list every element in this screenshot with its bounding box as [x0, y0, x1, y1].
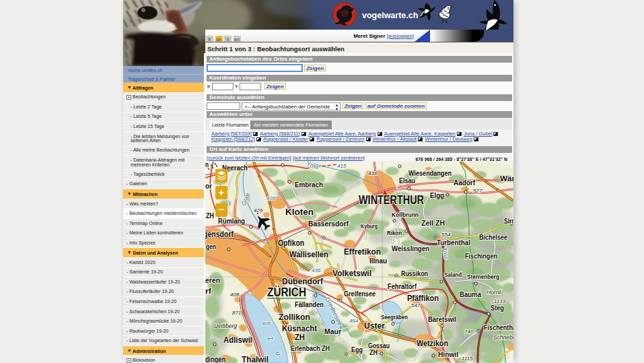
svg-text:554: 554	[441, 232, 451, 238]
svg-text:Uetliberg: Uetliberg	[214, 323, 237, 329]
svg-text:Effretikon: Effretikon	[344, 246, 381, 257]
svg-text:Saland: Saland	[444, 271, 462, 278]
svg-text:vogelwarte.ch: vogelwarte.ch	[362, 11, 418, 20]
svg-text:Kollbrunn: Kollbrunn	[392, 211, 419, 218]
svg-text:n: n	[205, 162, 209, 168]
svg-text:Rümlang: Rümlang	[218, 217, 245, 225]
svg-text:Adliswil: Adliswil	[223, 335, 252, 345]
svg-text:Kloten: Kloten	[285, 207, 314, 217]
svg-text:ZH: ZH	[295, 332, 305, 342]
svg-text:1133: 1133	[494, 298, 506, 304]
svg-text:Thalwil: Thalwil	[242, 354, 269, 363]
svg-text:436: 436	[266, 195, 276, 201]
svg-text:Aadorf: Aadorf	[454, 178, 475, 187]
svg-text:Hinwil: Hinwil	[438, 350, 458, 358]
svg-text:740: 740	[464, 329, 474, 335]
svg-text:Rikon: Rikon	[387, 230, 402, 236]
svg-text:ZÜRICH: ZÜRICH	[267, 285, 306, 299]
svg-text:ZH: ZH	[206, 211, 214, 220]
svg-text:Russikon: Russikon	[401, 269, 428, 277]
svg-text:Erlenbach ZH: Erlenbach ZH	[291, 344, 330, 352]
svg-text:gensdorf: gensdorf	[205, 229, 234, 239]
svg-text:406: 406	[262, 321, 271, 327]
svg-text:Zell ZH: Zell ZH	[421, 219, 445, 227]
svg-text:gen: gen	[206, 242, 216, 251]
svg-text:Elgg: Elgg	[430, 191, 444, 199]
svg-text:Greifensee: Greifensee	[344, 290, 375, 298]
svg-text:Bassersdorf: Bassersdorf	[308, 220, 349, 228]
svg-text:Wetzikon: Wetzikon	[417, 338, 448, 348]
svg-text:Schnebe: Schnebe	[493, 334, 513, 341]
svg-text:Sirnac: Sirnac	[504, 217, 513, 225]
svg-text:or: or	[205, 182, 213, 190]
svg-text:Sternenberg: Sternenberg	[467, 273, 499, 280]
svg-text:Opfikon: Opfikon	[278, 238, 304, 248]
svg-text:rf: rf	[205, 287, 211, 295]
svg-text:547: 547	[411, 302, 421, 308]
svg-text:Kyburg: Kyburg	[361, 223, 378, 230]
svg-text:Illnau: Illnau	[369, 257, 387, 265]
svg-text:Egg: Egg	[351, 345, 363, 354]
svg-text:415: 415	[337, 163, 347, 169]
svg-text:1115: 1115	[462, 356, 473, 362]
svg-text:Wallisellen: Wallisellen	[289, 249, 328, 259]
svg-text:Fehraltorf: Fehraltorf	[388, 282, 417, 290]
svg-text:Wär: Wär	[500, 174, 513, 183]
svg-text:436: 436	[312, 267, 321, 273]
svg-text:Bauma: Bauma	[460, 290, 482, 298]
svg-text:Seegräben: Seegräben	[381, 314, 408, 321]
svg-text:ZH: ZH	[369, 348, 378, 356]
svg-text:Zollikon: Zollikon	[279, 312, 310, 322]
svg-text:Bäretswil: Bäretswil	[428, 315, 456, 323]
svg-text:Maur: Maur	[324, 327, 342, 335]
svg-text:Fischingen: Fischingen	[465, 252, 497, 260]
svg-text:Fischentha: Fischentha	[484, 323, 513, 331]
svg-text:Embrach: Embrach	[295, 180, 323, 189]
svg-text:eren: eren	[205, 276, 220, 284]
svg-text:Volketswil: Volketswil	[332, 268, 371, 278]
svg-text:Elsau: Elsau	[399, 176, 415, 185]
svg-text:Turbenthal: Turbenthal	[437, 238, 470, 246]
svg-text:Pfäffikon: Pfäffikon	[407, 293, 439, 303]
svg-text:Weisslingen: Weisslingen	[392, 244, 429, 253]
svg-text:438: 438	[368, 170, 378, 176]
svg-text:464: 464	[349, 318, 359, 324]
svg-text:871: 871	[232, 310, 241, 316]
svg-text:408: 408	[230, 292, 240, 298]
svg-text:Dübendorf: Dübendorf	[282, 276, 323, 286]
svg-text:Steg: Steg	[491, 304, 504, 312]
svg-text:dingen: dingen	[205, 354, 225, 363]
svg-text:Uster: Uster	[364, 321, 386, 331]
svg-text:527: 527	[473, 188, 482, 194]
svg-text:Bichelsee: Bichelsee	[479, 233, 507, 241]
svg-text:WINTERTHUR: WINTERTHUR	[359, 193, 424, 207]
svg-text:Hornli: Hornli	[487, 289, 502, 296]
svg-text:426: 426	[254, 207, 263, 213]
svg-text:Fällanden: Fällanden	[295, 300, 324, 308]
